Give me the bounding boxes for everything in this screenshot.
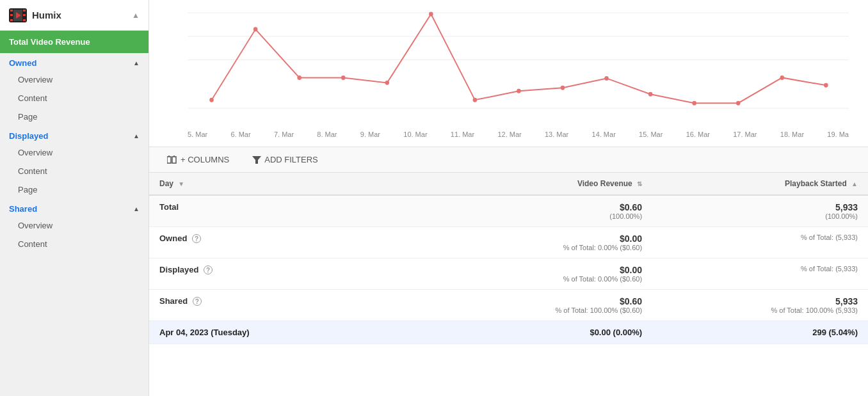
sidebar-item-displayed-page[interactable]: Page: [0, 180, 149, 199]
svg-point-27: [648, 92, 653, 97]
toolbar: + COLUMNS ADD FILTERS: [149, 147, 868, 173]
sidebar-section-owned[interactable]: Owned ▲: [0, 53, 149, 70]
table-row-shared: Shared ? $0.60 % of Total: 100.00% ($0.6…: [149, 290, 868, 321]
data-table-container: Day ▼ Video Revenue ⇅ Playback Started ▲: [149, 173, 868, 396]
svg-point-18: [253, 27, 258, 31]
sort-icon-day: ▼: [178, 180, 184, 187]
filter-icon: [252, 155, 261, 164]
sidebar-item-displayed-content[interactable]: Content: [0, 162, 149, 180]
total-revenue-main: $0.60: [447, 202, 642, 212]
svg-point-31: [824, 83, 828, 88]
displayed-help-icon[interactable]: ?: [204, 265, 213, 274]
owned-help-icon[interactable]: ?: [192, 234, 201, 243]
sidebar-section-displayed[interactable]: Displayed ▲: [0, 126, 149, 143]
svg-point-28: [692, 101, 696, 106]
cell-owned-revenue: $0.00 % of Total: 0.00% ($0.60): [437, 227, 652, 258]
sidebar-section-displayed-arrow: ▲: [133, 132, 140, 139]
shared-playback-main: 5,933: [663, 296, 858, 306]
total-playback-sub: (100.00%): [663, 212, 858, 220]
x-label-8: 13. Mar: [545, 131, 568, 138]
cell-displayed-playback: % of Total: (5,933): [652, 258, 868, 290]
svg-point-17: [209, 98, 214, 102]
owned-playback-sub: % of Total: (5,933): [663, 234, 858, 241]
owned-revenue-main: $0.00: [447, 234, 642, 244]
sidebar-section-owned-arrow: ▲: [133, 59, 140, 67]
svg-point-20: [341, 75, 346, 80]
x-label-12: 17. Mar: [733, 131, 757, 138]
svg-rect-2: [10, 14, 13, 16]
table-row-date: Apr 04, 2023 (Tuesday) $0.00 (0.00%) 299…: [149, 321, 868, 344]
cell-shared-revenue: $0.60 % of Total: 100.00% ($0.60): [437, 290, 652, 321]
app-name: Humix: [32, 10, 61, 20]
displayed-revenue-sub: % of Total: 0.00% ($0.60): [447, 275, 642, 283]
sidebar-section-displayed-label: Displayed: [9, 131, 48, 141]
sidebar-section-owned-label: Owned: [9, 58, 36, 68]
x-label-7: 12. Mar: [497, 131, 521, 138]
revenue-chart: 0.075 0.05 0.025 0: [188, 6, 849, 127]
sidebar-section-shared-arrow: ▲: [133, 205, 140, 212]
x-label-13: 18. Mar: [780, 131, 804, 138]
shared-revenue-main: $0.60: [447, 296, 642, 306]
displayed-revenue-main: $0.00: [447, 265, 642, 275]
cell-displayed-day: Displayed ?: [149, 258, 437, 290]
svg-rect-3: [10, 19, 13, 21]
x-label-5: 10. Mar: [403, 131, 427, 138]
col-header-revenue[interactable]: Video Revenue ⇅: [437, 173, 652, 195]
svg-rect-32: [167, 157, 171, 163]
sidebar-section-shared-label: Shared: [9, 204, 37, 214]
cell-owned-day: Owned ?: [149, 227, 437, 258]
cell-total-revenue: $0.60 (100.00%): [437, 195, 652, 227]
svg-point-19: [297, 75, 301, 80]
svg-rect-5: [23, 14, 26, 16]
svg-point-22: [429, 12, 433, 16]
sidebar-item-shared-overview[interactable]: Overview: [0, 216, 149, 235]
table-row-total: Total $0.60 (100.00%) 5,933 (100.00%): [149, 195, 868, 227]
x-label-4: 9. Mar: [360, 131, 380, 138]
sidebar-item-shared-content[interactable]: Content: [0, 235, 149, 253]
col-header-day[interactable]: Day ▼: [149, 173, 437, 195]
main-content: 0.075 0.05 0.025 0: [149, 0, 868, 396]
collapse-icon[interactable]: ▲: [132, 11, 140, 20]
x-label-11: 16. Mar: [686, 131, 710, 138]
columns-icon: [167, 155, 177, 164]
sort-icon-playback: ▲: [851, 180, 858, 187]
displayed-playback-sub: % of Total: (5,933): [663, 265, 858, 273]
cell-date-day: Apr 04, 2023 (Tuesday): [149, 321, 437, 344]
filter-button[interactable]: ADD FILTERS: [247, 152, 323, 167]
cell-displayed-revenue: $0.00 % of Total: 0.00% ($0.60): [437, 258, 652, 290]
chart-area: 0.075 0.05 0.025 0: [149, 0, 868, 147]
sidebar-section-shared[interactable]: Shared ▲: [0, 199, 149, 216]
sort-icon-revenue: ⇅: [637, 180, 642, 187]
shared-playback-sub: % of Total: 100.00% (5,933): [663, 306, 858, 314]
cell-date-revenue: $0.00 (0.00%): [437, 321, 652, 344]
sidebar-active-item[interactable]: Total Video Revenue: [0, 31, 149, 53]
filter-label: ADD FILTERS: [264, 155, 318, 164]
columns-label: + COLUMNS: [181, 155, 229, 164]
sidebar-header: Humix ▲: [0, 0, 149, 31]
sidebar-item-owned-overview[interactable]: Overview: [0, 70, 149, 89]
x-label-14: 19. Ma: [827, 131, 849, 138]
svg-point-21: [385, 81, 389, 85]
sidebar-item-displayed-overview[interactable]: Overview: [0, 143, 149, 162]
svg-rect-33: [172, 157, 176, 163]
columns-button[interactable]: + COLUMNS: [162, 152, 234, 167]
sidebar-item-owned-content[interactable]: Content: [0, 89, 149, 107]
x-label-2: 7. Mar: [274, 131, 294, 138]
col-header-playback[interactable]: Playback Started ▲: [652, 173, 868, 195]
table-row-displayed: Displayed ? $0.00 % of Total: 0.00% ($0.…: [149, 258, 868, 290]
cell-total-day: Total: [149, 195, 437, 227]
chart-x-labels: 5. Mar 6. Mar 7. Mar 8. Mar 9. Mar 10. M…: [188, 131, 849, 138]
total-revenue-sub: (100.00%): [447, 212, 642, 220]
svg-point-23: [473, 98, 478, 102]
cell-total-playback: 5,933 (100.00%): [652, 195, 868, 227]
x-label-6: 11. Mar: [451, 131, 474, 138]
x-label-0: 5. Mar: [188, 131, 207, 138]
x-label-3: 8. Mar: [317, 131, 337, 138]
shared-help-icon[interactable]: ?: [193, 297, 202, 306]
sidebar-item-owned-page[interactable]: Page: [0, 107, 149, 126]
x-label-10: 15. Mar: [639, 131, 663, 138]
svg-point-29: [736, 101, 741, 106]
svg-point-26: [604, 76, 609, 81]
sidebar: Humix ▲ Total Video Revenue Owned ▲ Over…: [0, 0, 149, 396]
svg-point-25: [561, 86, 565, 90]
